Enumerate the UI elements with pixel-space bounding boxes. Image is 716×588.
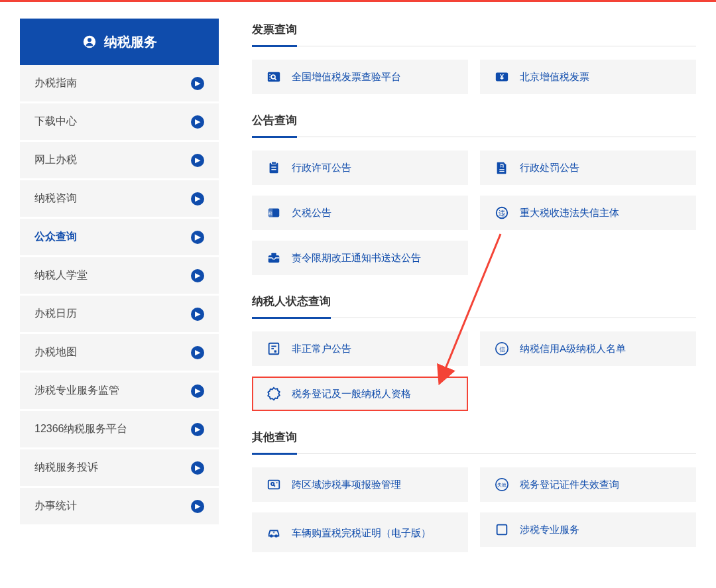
card-2-1[interactable]: 信纳税信用A级纳税人名单 — [480, 331, 696, 366]
sidebar-item-10[interactable]: 纳税服务投诉▶ — [20, 449, 219, 488]
sidebar-item-label: 纳税服务投诉 — [34, 461, 98, 475]
card-label: 欠税公告 — [292, 207, 331, 219]
svg-rect-11 — [271, 162, 276, 164]
sidebar-item-6[interactable]: 办税日历▶ — [20, 296, 219, 334]
card-label: 行政许可公告 — [292, 162, 351, 174]
sidebar-header: 纳税服务 — [20, 19, 219, 65]
card-label: 行政处罚公告 — [520, 162, 579, 174]
svg-text:信: 信 — [499, 346, 505, 353]
vehicle-icon: ¥ — [267, 525, 281, 540]
sidebar-item-label: 办事统计 — [34, 499, 77, 513]
main: 发票查询全国增值税发票查验平台¥北京增值税发票公告查询行政许可公告罚行政处罚公告… — [252, 19, 696, 571]
section-title: 发票查询 — [252, 22, 297, 47]
chevron-right-icon: ▶ — [191, 346, 204, 359]
chevron-right-icon: ▶ — [191, 423, 204, 436]
sidebar-item-label: 12366纳税服务平台 — [34, 422, 128, 436]
chevron-right-icon: ▶ — [191, 461, 204, 475]
card-3-2[interactable]: ¥车辆购置税完税证明（电子版） — [252, 512, 468, 552]
search-doc-icon — [267, 70, 281, 84]
card-label: 税务登记及一般纳税人资格 — [292, 388, 411, 400]
svg-text:罚: 罚 — [499, 164, 504, 168]
sidebar-title: 纳税服务 — [104, 33, 157, 51]
card-label: 非正常户公告 — [292, 343, 351, 355]
chevron-right-icon: ▶ — [191, 308, 204, 321]
sidebar-item-label: 网上办税 — [34, 153, 77, 167]
sidebar-item-3[interactable]: 纳税咨询▶ — [20, 180, 219, 219]
card-3-1[interactable]: 失效税务登记证件失效查询 — [480, 467, 696, 502]
card-label: 纳税信用A级纳税人名单 — [520, 343, 626, 355]
card-label: 车辆购置税完税证明（电子版） — [292, 526, 431, 540]
sidebar-item-label: 办税地图 — [34, 345, 77, 359]
card-label: 税务登记证件失效查询 — [520, 479, 619, 491]
sidebar-item-label: 涉税专业服务监管 — [34, 384, 119, 398]
chevron-right-icon: ▶ — [191, 77, 204, 90]
sidebar-item-label: 办税日历 — [34, 307, 77, 321]
svg-text:失效: 失效 — [497, 482, 507, 488]
sidebar-item-1[interactable]: 下载中心▶ — [20, 103, 219, 142]
chevron-right-icon: ▶ — [191, 231, 204, 244]
card-1-1[interactable]: 罚行政处罚公告 — [480, 150, 696, 185]
card-label: 跨区域涉税事项报验管理 — [292, 479, 401, 491]
card-2-2[interactable]: 税务登记及一般纳税人资格 — [252, 377, 468, 411]
sidebar-item-8[interactable]: 涉税专业服务监管▶ — [20, 373, 219, 411]
service-icon — [82, 34, 97, 50]
tax-card-icon: 税 — [267, 206, 281, 220]
card-3-3[interactable]: 涉税专业服务 — [480, 512, 696, 547]
section-0: 发票查询全国增值税发票查验平台¥北京增值税发票 — [252, 22, 696, 94]
card-label: 涉税专业服务 — [520, 524, 579, 536]
card-3-0[interactable]: 跨区域涉税事项报验管理 — [252, 467, 468, 502]
sidebar-item-7[interactable]: 办税地图▶ — [20, 334, 219, 373]
sidebar-item-label: 公众查询 — [34, 230, 77, 244]
violation-icon: 违 — [495, 206, 509, 220]
card-label: 北京增值税发票 — [520, 71, 589, 84]
svg-text:¥: ¥ — [500, 74, 504, 81]
card-2-0[interactable]: 非正常户公告 — [252, 331, 468, 366]
chevron-right-icon: ▶ — [191, 500, 204, 513]
section-2: 纳税人状态查询非正常户公告信纳税信用A级纳税人名单税务登记及一般纳税人资格 — [252, 294, 696, 411]
svg-point-5 — [269, 74, 270, 76]
svg-point-32 — [276, 482, 277, 483]
card-0-0[interactable]: 全国增值税发票查验平台 — [252, 60, 468, 94]
chevron-right-icon: ▶ — [191, 384, 204, 398]
card-label: 重大税收违法失信主体 — [520, 207, 619, 219]
sidebar: 纳税服务 办税指南▶下载中心▶网上办税▶纳税咨询▶公众查询▶纳税人学堂▶办税日历… — [20, 19, 219, 571]
sidebar-item-11[interactable]: 办事统计▶ — [20, 488, 219, 526]
svg-rect-23 — [271, 253, 276, 257]
section-1: 公告查询行政许可公告罚行政处罚公告税欠税公告违重大税收违法失信主体责令限期改正通… — [252, 113, 696, 275]
clipboard-icon — [267, 160, 281, 175]
badge-icon — [267, 386, 281, 401]
svg-point-6 — [269, 76, 270, 78]
sidebar-item-0[interactable]: 办税指南▶ — [20, 65, 219, 103]
svg-point-30 — [271, 483, 274, 485]
card-1-4[interactable]: 责令限期改正通知书送达公告 — [252, 241, 468, 275]
chevron-right-icon: ▶ — [191, 154, 204, 167]
sidebar-item-label: 纳税人学堂 — [34, 268, 88, 282]
invalid-cert-icon: 失效 — [495, 477, 509, 492]
abnormal-icon — [267, 341, 281, 356]
pro-service-icon — [495, 522, 509, 537]
section-title: 纳税人状态查询 — [252, 294, 331, 319]
chevron-right-icon: ▶ — [191, 192, 204, 206]
chevron-right-icon: ▶ — [191, 269, 204, 282]
svg-point-7 — [269, 79, 270, 80]
chevron-right-icon: ▶ — [191, 115, 204, 129]
sidebar-item-4[interactable]: 公众查询▶ — [20, 219, 219, 257]
card-1-2[interactable]: 税欠税公告 — [252, 196, 468, 230]
sidebar-item-5[interactable]: 纳税人学堂▶ — [20, 257, 219, 296]
sidebar-item-label: 下载中心 — [34, 115, 77, 129]
card-0-1[interactable]: ¥北京增值税发票 — [480, 60, 696, 94]
sidebar-item-9[interactable]: 12366纳税服务平台▶ — [20, 411, 219, 449]
credit-icon: 信 — [495, 341, 509, 356]
card-label: 责令限期改正通知书送达公告 — [292, 252, 421, 265]
card-1-0[interactable]: 行政许可公告 — [252, 150, 468, 185]
cross-region-icon — [267, 477, 281, 492]
svg-text:税: 税 — [268, 211, 272, 215]
svg-point-36 — [275, 535, 277, 537]
sidebar-item-2[interactable]: 网上办税▶ — [20, 142, 219, 180]
svg-text:违: 违 — [499, 209, 505, 217]
section-title: 其他查询 — [252, 430, 297, 455]
card-1-3[interactable]: 违重大税收违法失信主体 — [480, 196, 696, 230]
sidebar-item-label: 纳税咨询 — [34, 192, 77, 206]
section-title: 公告查询 — [252, 113, 297, 138]
section-3: 其他查询跨区域涉税事项报验管理失效税务登记证件失效查询¥车辆购置税完税证明（电子… — [252, 430, 696, 552]
